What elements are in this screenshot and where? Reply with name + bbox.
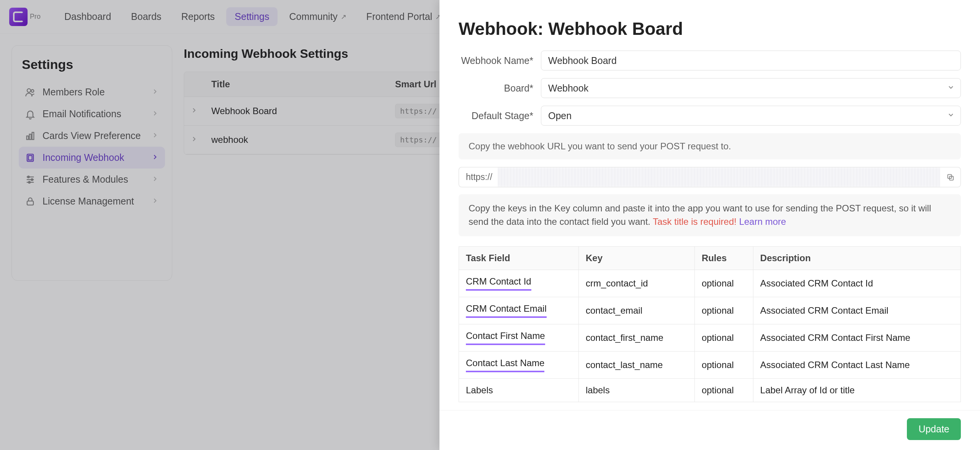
webhook-url-row: https:// <box>459 167 961 187</box>
panel-header: Webhook: Webhook Board <box>439 0 980 39</box>
form-row-board: Board* <box>459 78 961 98</box>
field-rules: optional <box>694 270 753 297</box>
panel-body: Webhook Name* Board* Default Stage* Copy… <box>439 39 980 410</box>
col-description: Description <box>753 246 960 270</box>
webhook-detail-panel: Webhook: Webhook Board Webhook Name* Boa… <box>439 0 980 450</box>
field-key: crm_contact_id <box>578 270 694 297</box>
field-description: Associated CRM Contact Email <box>753 297 960 324</box>
form-row-stage: Default Stage* <box>459 106 961 126</box>
panel-footer: Update <box>439 410 980 450</box>
field-description: Label Array of Id or title <box>753 378 960 402</box>
field-key: labels <box>578 378 694 402</box>
form-row-name: Webhook Name* <box>459 51 961 70</box>
field-row: Labels labels optional Label Array of Id… <box>459 378 961 402</box>
default-stage-label: Default Stage* <box>459 110 541 121</box>
field-key: contact_email <box>578 297 694 324</box>
task-field-name: CRM Contact Email <box>466 303 547 318</box>
field-row: CRM Contact Email contact_email optional… <box>459 297 961 324</box>
chevron-down-icon <box>947 110 955 121</box>
keys-hint-required: Task title is required! <box>653 216 737 227</box>
task-field-name: Contact First Name <box>466 331 545 345</box>
field-table-header: Task Field Key Rules Description <box>459 246 961 270</box>
default-stage-select[interactable] <box>541 106 961 126</box>
field-rules: optional <box>694 297 753 324</box>
task-field-name: Labels <box>466 385 493 395</box>
field-description: Associated CRM Contact First Name <box>753 324 960 351</box>
webhook-url-obscured <box>498 167 940 187</box>
field-row: Contact Last Name contact_last_name opti… <box>459 351 961 378</box>
field-mapping-table: Task Field Key Rules Description CRM Con… <box>459 246 961 402</box>
board-label: Board* <box>459 83 541 94</box>
copy-icon <box>946 173 955 182</box>
webhook-name-label: Webhook Name* <box>459 55 541 66</box>
url-hint: Copy the webhook URL you want to send yo… <box>459 133 961 159</box>
url-prefix: https:// <box>459 167 498 187</box>
webhook-name-input[interactable] <box>541 51 961 70</box>
field-rules: optional <box>694 351 753 378</box>
chevron-down-icon <box>947 83 955 93</box>
field-key: contact_last_name <box>578 351 694 378</box>
field-rules: optional <box>694 378 753 402</box>
field-row: Contact First Name contact_first_name op… <box>459 324 961 351</box>
field-description: Associated CRM Contact Id <box>753 270 960 297</box>
copy-url-button[interactable] <box>940 167 961 187</box>
learn-more-link[interactable]: Learn more <box>739 216 786 227</box>
field-key: contact_first_name <box>578 324 694 351</box>
task-field-name: CRM Contact Id <box>466 276 531 291</box>
field-description: Associated CRM Contact Last Name <box>753 351 960 378</box>
field-rules: optional <box>694 324 753 351</box>
col-task-field: Task Field <box>459 246 579 270</box>
update-button[interactable]: Update <box>907 418 961 440</box>
col-rules: Rules <box>694 246 753 270</box>
panel-title: Webhook: Webhook Board <box>459 18 961 39</box>
board-select[interactable] <box>541 78 961 98</box>
field-row: CRM Contact Id crm_contact_id optional A… <box>459 270 961 297</box>
task-field-name: Contact Last Name <box>466 358 544 372</box>
keys-hint: Copy the keys in the Key column and past… <box>459 194 961 236</box>
col-key: Key <box>578 246 694 270</box>
